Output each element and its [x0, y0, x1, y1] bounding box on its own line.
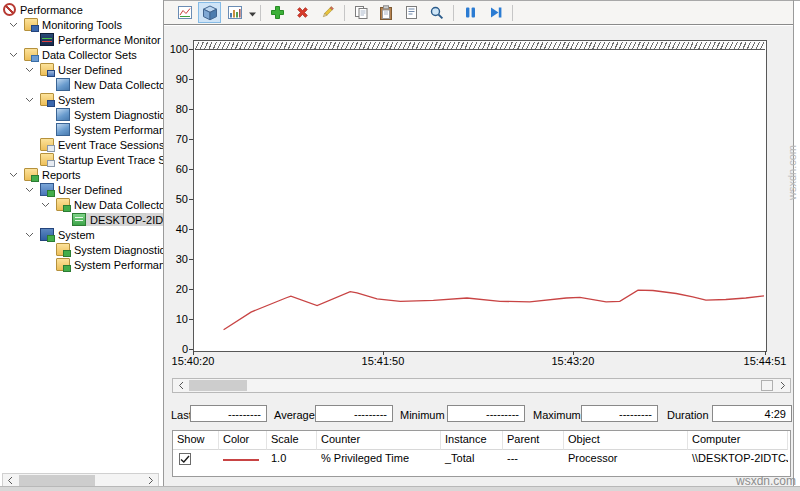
tree-item-event-trace-sessions[interactable]: Event Trace Sessions [0, 137, 163, 152]
chevron-expanded-icon[interactable] [2, 167, 24, 182]
tree-item-system[interactable]: System [0, 227, 163, 242]
tree-item-system[interactable]: System [0, 92, 163, 107]
dropdown-caret-icon[interactable] [249, 7, 256, 19]
legend-counter-row[interactable]: 1.0% Privileged Time_Total---Processor\\… [173, 450, 790, 468]
show-checkbox[interactable] [179, 453, 191, 465]
chevron-expanded-icon[interactable] [2, 17, 24, 32]
chevron-spacer [18, 152, 40, 167]
chart-scrollbar-segment[interactable] [761, 380, 773, 391]
legend-column-header-counter[interactable]: Counter [317, 431, 441, 450]
parent-cell: --- [503, 450, 564, 468]
chevron-expanded-icon[interactable] [34, 197, 56, 212]
view-current-activity-button[interactable] [173, 2, 196, 23]
tree-item-content: System Performanc [56, 123, 164, 136]
legend-column-header-scale[interactable]: Scale [267, 431, 317, 450]
properties-button[interactable] [400, 2, 423, 23]
chevron-expanded-icon[interactable] [18, 92, 40, 107]
tree-item-performance-monitor[interactable]: Performance Monitor [0, 32, 163, 47]
watermark-side: wsxdn.com [786, 126, 798, 200]
tree-item-label: Event Trace Sessions [58, 138, 164, 151]
tree-scrollbar-thumb[interactable] [19, 475, 95, 486]
legend-column-header-show[interactable]: Show [173, 431, 219, 450]
chart-horizontal-scrollbar[interactable] [172, 378, 791, 393]
tree-item-data-collector-sets[interactable]: Data Collector Sets [0, 47, 163, 62]
performance-monitor-window: PerformanceMonitoring ToolsPerformance M… [0, 0, 800, 491]
stat-label-last: Last [171, 409, 192, 421]
chevron-spacer [34, 242, 56, 257]
x-axis-tick [383, 351, 384, 355]
tree-item-user-defined[interactable]: User Defined [0, 62, 163, 77]
stat-label-duration: Duration [667, 409, 709, 421]
chevron-spacer [34, 107, 56, 122]
tree-item-user-defined[interactable]: User Defined [0, 182, 163, 197]
freeze-display-button[interactable] [459, 2, 482, 23]
collector-icon [56, 78, 70, 91]
delete-counter-button[interactable] [291, 2, 314, 23]
y-axis-tick-label: 50 [164, 193, 188, 205]
chart-scrollbar-thumb[interactable] [189, 380, 247, 391]
zoom-button[interactable] [425, 2, 448, 23]
counter-color-sample [223, 459, 259, 463]
chevron-expanded-icon[interactable] [18, 182, 40, 197]
performance-icon [3, 3, 16, 16]
tree-item-system-diagnostics[interactable]: System Diagnostics [0, 107, 163, 122]
highlight-button[interactable] [316, 2, 339, 23]
stat-label-average: Average [274, 409, 315, 421]
legend-column-header-instance[interactable]: Instance [441, 431, 503, 450]
chevron-expanded-icon[interactable] [2, 47, 24, 62]
scroll-right-icon[interactable] [775, 379, 790, 392]
tree-item-new-data-collector[interactable]: New Data Collector [0, 197, 163, 212]
toolbar-separator [260, 5, 261, 21]
chevron-expanded-icon[interactable] [18, 62, 40, 77]
y-axis-tick [189, 319, 193, 320]
tree-item-label: Reports [42, 168, 81, 181]
y-axis-tick [189, 169, 193, 170]
tree-item-label: System [58, 93, 95, 106]
tree-item-performance[interactable]: Performance [0, 2, 163, 17]
tree-item-monitoring-tools[interactable]: Monitoring Tools [0, 17, 163, 32]
tree-item-startup-event-trace-ses[interactable]: Startup Event Trace Ses [0, 152, 163, 167]
tree-item-system-performanc[interactable]: System Performanc [0, 122, 163, 137]
y-axis-tick-label: 60 [164, 163, 188, 175]
monitoring-tools-icon [24, 18, 38, 31]
add-counter-button[interactable] [266, 2, 289, 23]
stat-value-average: --------- [315, 405, 393, 422]
collector-icon [56, 108, 70, 121]
legend-column-header-parent[interactable]: Parent [503, 431, 564, 450]
tree-item-content: Monitoring Tools [24, 18, 125, 31]
y-axis-tick [189, 109, 193, 110]
tree-item-content: Performance Monitor [40, 33, 164, 46]
y-axis-tick [189, 139, 193, 140]
paste-counter-list-button[interactable] [375, 2, 398, 23]
legend-column-header-object[interactable]: Object [564, 431, 688, 450]
tree-item-label: User Defined [58, 63, 122, 76]
tree-item-reports[interactable]: Reports [0, 167, 163, 182]
tree-item-desktop-2idtc[interactable]: DESKTOP-2IDTC [0, 212, 163, 227]
chevron-spacer [18, 32, 40, 47]
tree-item-content: Reports [24, 168, 84, 181]
graph-view-button[interactable] [198, 2, 221, 23]
chevron-expanded-icon[interactable] [18, 227, 40, 242]
tree-item-content: DESKTOP-2IDTC [72, 213, 164, 226]
legend-column-header-color[interactable]: Color [219, 431, 267, 450]
scroll-left-icon[interactable] [173, 379, 188, 392]
tree-item-label: System [58, 228, 95, 241]
copy-properties-button[interactable] [350, 2, 373, 23]
tree-item-system-performanc[interactable]: System Performanc [0, 257, 163, 272]
tree-item-label: Monitoring Tools [42, 18, 122, 31]
y-axis-tick-label: 70 [164, 133, 188, 145]
tree-item-content: Startup Event Trace Ses [40, 153, 164, 166]
show-checkbox-cell [173, 450, 219, 468]
system-folder-icon [40, 93, 54, 106]
tree-item-content: System Performanc [56, 258, 164, 271]
tree-item-label: System Performanc [74, 258, 164, 271]
update-data-button[interactable] [484, 2, 507, 23]
tree-item-new-data-collector[interactable]: New Data Collector [0, 77, 163, 92]
tree-item-label: Performance Monitor [58, 33, 161, 46]
tree-item-system-diagnostics[interactable]: System Diagnostics [0, 242, 163, 257]
legend-column-header-computer[interactable]: Computer [688, 431, 788, 450]
change-graph-type-button[interactable] [223, 2, 246, 23]
toolbar-separator [344, 5, 345, 21]
stat-label-maximum: Maximum [533, 409, 581, 421]
y-axis-tick [189, 229, 193, 230]
